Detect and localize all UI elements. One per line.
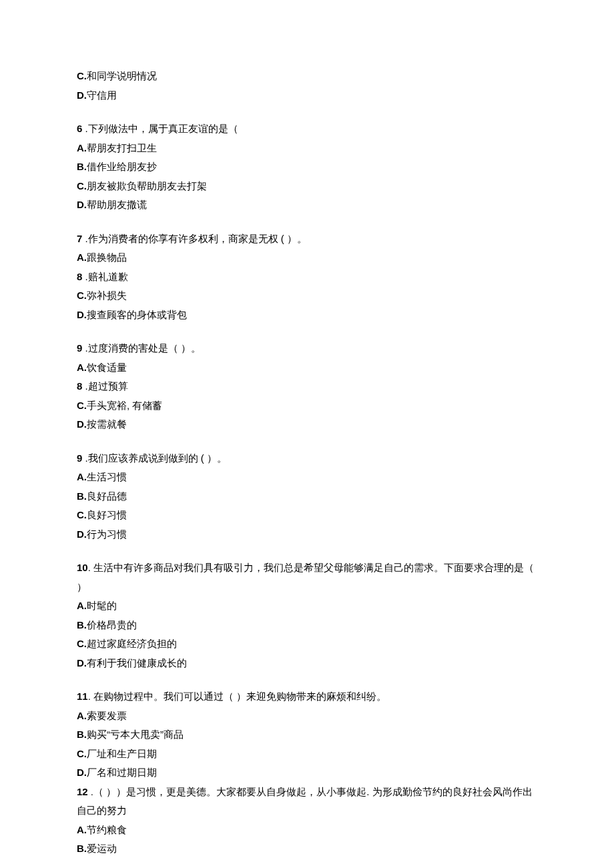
question-sep: . — [88, 691, 93, 702]
option-text: 和同学说明情况 — [87, 70, 157, 81]
option-letter: B. — [77, 161, 87, 172]
q10-option-a: A.时髦的 — [77, 596, 537, 616]
question-sep: . — [82, 123, 87, 134]
option-letter: B. — [77, 619, 87, 630]
option-letter: B. — [77, 729, 87, 740]
option-letter: D. — [77, 767, 87, 778]
option-text: 借作业给朋友抄 — [87, 161, 157, 172]
question-sep: . — [88, 562, 93, 573]
q8-stem: 9 .过度消费的害处是（ ）。 — [77, 339, 537, 358]
question-number: 11 — [77, 691, 88, 702]
option-text: 购买“亏本大甩卖”商品 — [87, 729, 184, 740]
q6-stem: 6 .下列做法中，属于真正友谊的是（ — [77, 119, 537, 139]
option-letter: D. — [77, 199, 87, 210]
option-text: 有利于我们健康成长的 — [87, 657, 187, 669]
q10-stem: 10. 生活中有许多商品对我们具有吸引力，我们总是希望父母能够满足自己的需求。下… — [77, 558, 537, 596]
q9-option-b: B.良好品德 — [77, 487, 537, 506]
option-text: 良好习惯 — [87, 509, 127, 520]
q9-option-a: A.生活习惯 — [77, 468, 537, 487]
option-letter: A. — [77, 471, 87, 482]
option-letter: A. — [77, 824, 87, 835]
q6-option-d: D.帮助朋友撒谎 — [77, 195, 537, 215]
question-text: 过度消费的害处是（ ）。 — [88, 342, 201, 354]
option-letter: D. — [77, 89, 87, 101]
option-letter: D. — [77, 657, 87, 669]
spacer — [77, 434, 537, 449]
option-letter: C. — [77, 509, 87, 520]
option-text: 帮朋友打扫卫生 — [87, 142, 157, 153]
option-letter: A. — [77, 362, 87, 373]
option-text: 按需就餐 — [87, 418, 127, 430]
q5-option-d: D.守信用 — [77, 86, 537, 105]
question-text: 作为消费者的你享有许多权利，商家是无权 ( ）。 — [88, 233, 307, 244]
q10-option-d: D.有利于我们健康成长的 — [77, 654, 537, 673]
question-text: （ ））是习惯，更是美德。大家都要从自身做起，从小事做起. 为形成勤俭节约的良好… — [77, 786, 533, 817]
q9-option-c: C.良好习惯 — [77, 506, 537, 525]
question-text: 我们应该养成说到做到的 ( ）。 — [88, 452, 227, 464]
option-text: 饮食适量 — [87, 362, 127, 373]
option-letter: D. — [77, 418, 87, 430]
question-sep: . — [88, 786, 93, 797]
question-text: 在购物过程中。我们可以通过（ ）来迎免购物带来的麻烦和纠纷。 — [93, 691, 386, 702]
q12-option-a: A.节约粮食 — [77, 821, 537, 840]
q12-option-b: B.爱运动 — [77, 839, 537, 859]
option-letter: C. — [77, 748, 87, 759]
q9-option-d: D.行为习惯 — [77, 525, 537, 544]
option-text: 厂址和生产日期 — [87, 748, 157, 759]
spacer — [77, 324, 537, 339]
question-text: 生活中有许多商品对我们具有吸引力，我们总是希望父母能够满足自己的需求。下面要求合… — [77, 562, 534, 592]
option-text: 朋友被欺负帮助朋友去打架 — [87, 180, 207, 191]
option-letter: C. — [77, 638, 87, 649]
option-letter: A. — [77, 142, 87, 153]
q11-option-b: B.购买“亏本大甩卖”商品 — [77, 725, 537, 745]
option-letter: D. — [77, 528, 87, 540]
option-text: 赔礼道歉 — [88, 271, 128, 282]
spacer — [77, 105, 537, 119]
q7-option-b: 8 .赔礼道歉 — [77, 268, 537, 287]
option-text: 节约粮食 — [87, 824, 127, 835]
option-letter: B. — [77, 843, 87, 854]
question-number: 10 — [77, 562, 88, 573]
option-text: 弥补损失 — [87, 290, 127, 301]
q11-stem: 11. 在购物过程中。我们可以通过（ ）来迎免购物带来的麻烦和纠纷。 — [77, 687, 537, 707]
spacer — [77, 215, 537, 230]
option-sep: . — [82, 380, 87, 392]
spacer — [77, 673, 537, 687]
option-text: 生活习惯 — [87, 471, 127, 482]
option-text: 爱运动 — [87, 843, 117, 854]
option-text: 手头宽裕, 有储蓄 — [87, 400, 162, 411]
q7-stem: 7 .作为消费者的你享有许多权利，商家是无权 ( ）。 — [77, 230, 537, 249]
q6-option-a: A.帮朋友打扫卫生 — [77, 139, 537, 158]
option-letter: D. — [77, 309, 87, 320]
document-page: C.和同学说明情况 D.守信用 6 .下列做法中，属于真正友谊的是（ A.帮朋友… — [0, 0, 614, 868]
option-sep: . — [82, 271, 87, 282]
q11-option-d: D.厂名和过期日期 — [77, 763, 537, 783]
q8-option-c: C.手头宽裕, 有储蓄 — [77, 396, 537, 416]
spacer — [77, 544, 537, 558]
question-sep: . — [82, 233, 87, 244]
question-sep: . — [82, 342, 87, 354]
q8-option-d: D.按需就餐 — [77, 415, 537, 434]
option-letter: A. — [77, 600, 87, 611]
q5-option-c: C.和同学说明情况 — [77, 67, 537, 86]
q10-option-b: B.价格昂贵的 — [77, 616, 537, 635]
q10-option-c: C.超过家庭经济负担的 — [77, 634, 537, 654]
option-letter: C. — [77, 290, 87, 301]
q9-stem: 9 .我们应该养成说到做到的 ( ）。 — [77, 449, 537, 468]
question-sep: . — [82, 452, 87, 464]
option-text: 索要发票 — [87, 710, 127, 721]
q8-option-a: A.饮食适量 — [77, 358, 537, 378]
option-text: 跟换物品 — [87, 252, 127, 263]
question-text: 下列做法中，属于真正友谊的是（ — [88, 123, 238, 134]
option-text: 价格昂贵的 — [87, 619, 137, 630]
option-letter: B. — [77, 490, 87, 502]
option-letter: A. — [77, 252, 87, 263]
q8-option-b: 8 .超过预算 — [77, 377, 537, 396]
option-text: 超过家庭经济负担的 — [87, 638, 177, 649]
option-text: 厂名和过期日期 — [87, 767, 157, 778]
q12-stem: 12 .（ ））是习惯，更是美德。大家都要从自身做起，从小事做起. 为形成勤俭节… — [77, 783, 537, 821]
option-letter: A. — [77, 710, 87, 721]
option-text: 守信用 — [87, 89, 117, 101]
q7-option-a: A.跟换物品 — [77, 248, 537, 268]
q11-option-c: C.厂址和生产日期 — [77, 745, 537, 764]
